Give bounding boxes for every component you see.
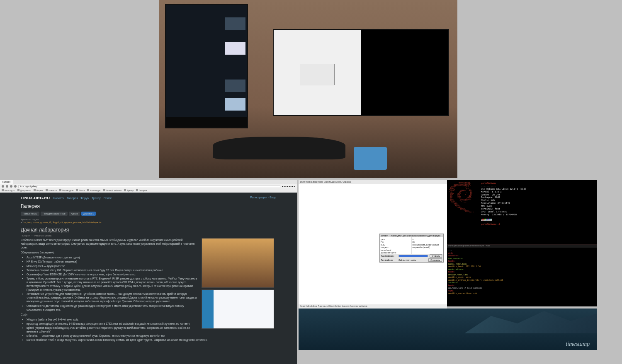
- article-breadcrumb[interactable]: Галерея — Рабочие места: [21, 234, 276, 237]
- forward-icon[interactable]: [6, 185, 8, 188]
- nav-link[interactable]: Поиск: [104, 197, 112, 200]
- bookmark[interactable]: Трекер: [124, 189, 134, 192]
- editor-statusbar: Сдвиг4 dire.Lökya. Панговьте (Open.Do/do…: [299, 304, 447, 309]
- login-link[interactable]: Вход: [270, 196, 276, 199]
- reload-icon[interactable]: [10, 185, 12, 188]
- editor-menubar[interactable]: Файл Правка Вид Поиск Сервис Документы С…: [299, 180, 447, 184]
- tab-unconfirmed[interactable]: Неподтверждённые: [41, 212, 68, 216]
- tab-tree[interactable]: Дерево »: [81, 212, 96, 216]
- browser-toolbar: ●●●●●●●●: [0, 184, 297, 188]
- archive-label: Архив по годам: [21, 218, 39, 221]
- home-icon[interactable]: [14, 185, 17, 188]
- browser-tab-strip: Галерея: [0, 180, 297, 184]
- bookmark[interactable]: Личный кабинет: [103, 189, 122, 192]
- editor-body[interactable]: System ─ /home/yaro/Open.Do/doc по номем…: [299, 184, 447, 306]
- page-title: Галерея: [21, 203, 276, 209]
- file-open-dialog: System ─ /home/yaro/Open.Do/doc по номем…: [379, 234, 444, 263]
- bookmarks-bar: linux.org.ru Документы Яндекс Новости Пе…: [0, 188, 297, 193]
- sysinfo: yaro@debway ----------- OS: Debian GNU/L…: [481, 182, 595, 242]
- article-body: Собственно пока бьёт последние предснежн…: [21, 238, 276, 342]
- editor-window: Файл Правка Вид Поиск Сервис Документы С…: [299, 180, 447, 306]
- tab-archive[interactable]: Архив: [69, 212, 80, 216]
- open-button[interactable]: Открыть: [430, 254, 442, 258]
- browser-tab[interactable]: Галерея: [0, 180, 13, 184]
- photo-monitor-portrait: [165, 4, 248, 128]
- dialog-title: System ─ /home/yaro/Open.Do/doc по номем…: [380, 234, 443, 237]
- terminal-stack: _,met$$$$gg. ,g$$$$$$$$$$$P. ,g$$P"" """…: [447, 180, 597, 306]
- places-panel[interactable]: yaro PC в-3G images× konsol neol Долгий …: [380, 237, 412, 254]
- neofetch-terminal[interactable]: _,met$$$$gg. ,g$$$$$$$$$$$P. ,g$$P"" """…: [447, 180, 597, 244]
- nav-link[interactable]: Трекер: [92, 197, 101, 200]
- article-title[interactable]: Дачная лаборатория: [21, 227, 276, 233]
- bookmark[interactable]: Яндекс: [34, 189, 44, 192]
- type-label: Тип файлов:: [381, 259, 397, 261]
- site-logo[interactable]: LINUX.ORG.RU: [21, 196, 50, 200]
- article-thumb-1[interactable]: [202, 238, 274, 288]
- type-value[interactable]: Файлы с ml, «yml»: [398, 259, 427, 261]
- site-nav: Новости Галерея Форум Трекер Поиск: [53, 197, 113, 200]
- tag-list[interactable]: lor, two, home, gnome, i3, 3-руб, cli, д…: [24, 221, 102, 224]
- extension-icons[interactable]: ●●●●●●●●: [282, 185, 295, 188]
- article-thumb-2[interactable]: [202, 289, 274, 329]
- bookmark[interactable]: Переводчик: [59, 189, 74, 192]
- wallpaper-signature: timestamp: [566, 341, 590, 347]
- cancel-button[interactable]: Отменить: [428, 258, 442, 262]
- bookmark[interactable]: Галерея: [136, 189, 147, 192]
- nav-link[interactable]: Галерея: [67, 197, 78, 200]
- photo-keyboard: [213, 137, 345, 159]
- photo-monitor-ultrawide: [273, 29, 449, 116]
- register-link[interactable]: Регистрация: [250, 196, 267, 199]
- nav-link[interactable]: Новости: [53, 197, 64, 200]
- bookmark[interactable]: Документы: [17, 189, 31, 192]
- list-item: Банх в необхнол чтоб и окодо такрутно? В…: [27, 338, 276, 342]
- enc-dropdown[interactable]: [398, 255, 428, 257]
- desk-photo: [159, 0, 457, 178]
- back-icon[interactable]: [2, 185, 4, 188]
- code-editor-terminal[interactable]: /home/yaro/devel/projects/ansible/hosts.…: [447, 244, 597, 306]
- desktop-wallpaper: timestamp: [299, 309, 597, 350]
- nav-link[interactable]: Форум: [80, 197, 89, 200]
- tab-new[interactable]: Новые темы: [21, 212, 39, 216]
- enc-label: Кодирование:: [381, 255, 397, 257]
- photo-mousepad: [354, 147, 387, 170]
- files-panel[interactable]: tn jmi livestorexзамыс(458т.новый мертвы…: [412, 237, 444, 254]
- bookmark[interactable]: Календарь: [87, 189, 100, 192]
- list-item: мбета/ка — окоспимал дат к рему су имуро…: [27, 334, 276, 337]
- debian-logo-ascii: _,met$$$$gg. ,g$$$$$$$$$$$P. ,g$$P"" """…: [449, 182, 478, 242]
- page-content: LINUX.ORG.RU Новости Галерея Форум Треке…: [0, 193, 297, 364]
- gallery-tabs: Новые темы Неподтверждённые Архив Дерево…: [21, 212, 276, 216]
- editor-titlebar: /home/yaro/devel/projects/ansible/hosts.…: [447, 244, 597, 248]
- code-body[interactable]: --- all: children: nas_servers: hosts: n…: [447, 248, 597, 296]
- address-bar[interactable]: [18, 185, 280, 188]
- bookmark[interactable]: Новости: [46, 189, 56, 192]
- bookmark[interactable]: Почта: [76, 189, 85, 192]
- browser-window: Галерея ●●●●●●●● linux.org.ru Документы …: [0, 180, 297, 364]
- bookmark[interactable]: linux.org.ru: [2, 189, 15, 192]
